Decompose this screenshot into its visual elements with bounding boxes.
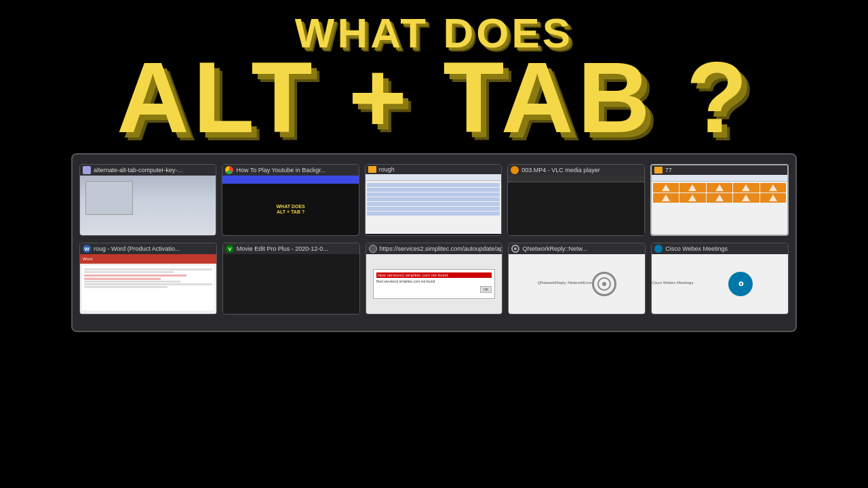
dialog-title: Host services2.simplitec.com not found: [376, 272, 492, 278]
word-page: [82, 266, 214, 310]
error-dialog: Host services2.simplitec.com not found H…: [373, 269, 496, 299]
w2-inner: WHAT DOESALT + TAB ?: [222, 184, 358, 235]
w2-video-text: WHAT DOESALT + TAB ?: [276, 204, 304, 216]
switcher-bottom-row: W roug - Word (Product Activatio... Word: [79, 243, 789, 314]
thumb-title-2: How To Play Youtube in Backgr...: [222, 165, 358, 176]
window-thumb-1[interactable]: alternate-alt-tab-computer-key-...: [79, 164, 216, 236]
window-thumb-3[interactable]: rough: [365, 164, 502, 236]
thumb-content-6: Word: [80, 254, 216, 314]
thumb-title-9: QNetworkReply::Netw...: [509, 243, 645, 254]
thumb-title-8: https://services2.simplitec.com/autoupda…: [366, 243, 502, 254]
window-thumb-6[interactable]: W roug - Word (Product Activatio... Word: [79, 243, 217, 314]
switcher-top-row: alternate-alt-tab-computer-key-... How T…: [79, 164, 789, 236]
switcher-panel: alternate-alt-tab-computer-key-... How T…: [71, 153, 797, 332]
w3-list: [366, 181, 501, 218]
target-dot: [602, 282, 606, 286]
webex-icon: [654, 245, 663, 253]
vlc-icon-grid: [652, 182, 787, 204]
top-section: WHAT DOES ALT + TAB ?: [0, 0, 868, 148]
dialog-ok-btn[interactable]: OK: [480, 286, 492, 293]
window-thumb-4[interactable]: 003.MP4 - VLC media player: [507, 164, 644, 236]
thumb-content-9: QNetworkReply::NetworkError: [509, 254, 645, 314]
thumb-content-4: [508, 176, 644, 235]
window-thumb-9[interactable]: QNetworkReply::Netw... QNetworkReply::Ne…: [508, 243, 646, 314]
thumb-title-3: rough: [366, 165, 501, 174]
thumb-content-7: [223, 254, 359, 314]
app-icon-1: [83, 166, 91, 174]
thumb-content-3: [366, 174, 501, 234]
w4-video: [508, 182, 644, 235]
thumb-content-10: Cisco Webex Meetings ⚬: [652, 254, 788, 314]
window-thumb-8[interactable]: https://services2.simplitec.com/autoupda…: [366, 243, 503, 314]
thumb-title-4: 003.MP4 - VLC media player: [508, 165, 644, 176]
qnet-icon: [511, 245, 519, 253]
w1-inner: [85, 181, 133, 215]
window-thumb-10[interactable]: Cisco Webex Meetings Cisco Webex Meeting…: [651, 243, 789, 314]
word-titlebar: Word: [80, 254, 216, 264]
w3-toolbar: [366, 174, 501, 181]
simplitec-icon: [369, 245, 377, 253]
w4-bar: [508, 176, 644, 182]
thumb-content-8: Host services2.simplitec.com not found H…: [366, 254, 502, 314]
webex-logo: ⚬: [728, 272, 753, 296]
chrome-icon: [225, 166, 233, 174]
window-thumb-2[interactable]: How To Play Youtube in Backgr... WHAT DO…: [222, 164, 359, 236]
thumb-content-2: WHAT DOESALT + TAB ?: [222, 176, 358, 235]
thumb-title-6: W roug - Word (Product Activatio...: [80, 243, 216, 254]
alt-tab-text: ALT + TAB ?: [0, 47, 868, 148]
folder-icon-3: [368, 166, 376, 173]
webex-label: Cisco Webex Meetings: [652, 281, 693, 285]
thumb-title-1: alternate-alt-tab-computer-key-...: [80, 165, 216, 176]
thumb-title-10: Cisco Webex Meetings: [652, 243, 788, 254]
target-icon: [592, 272, 616, 296]
window-thumb-5[interactable]: 77: [650, 164, 789, 236]
main-container: WHAT DOES ALT + TAB ? alternate-alt-tab-…: [0, 0, 868, 488]
w2-bar: [222, 176, 358, 184]
window-thumb-7[interactable]: V Movie Edit Pro Plus - 2020-12-0...: [222, 243, 360, 314]
thumb-content-1: [80, 176, 216, 235]
qnet-subtitle: QNetworkReply::NetworkError: [537, 281, 592, 285]
target-inner: [597, 277, 611, 291]
w5-toolbar: [652, 175, 787, 182]
word-doc: [80, 264, 216, 314]
vegas-icon: V: [226, 245, 234, 253]
vlc-icon: [511, 166, 519, 174]
thumb-title-7: V Movie Edit Pro Plus - 2020-12-0...: [223, 243, 359, 254]
thumb-content-5: [652, 175, 787, 235]
word-icon: W: [83, 245, 91, 253]
folder-icon-5: [654, 167, 663, 174]
thumb-title-5: 77: [652, 165, 787, 175]
